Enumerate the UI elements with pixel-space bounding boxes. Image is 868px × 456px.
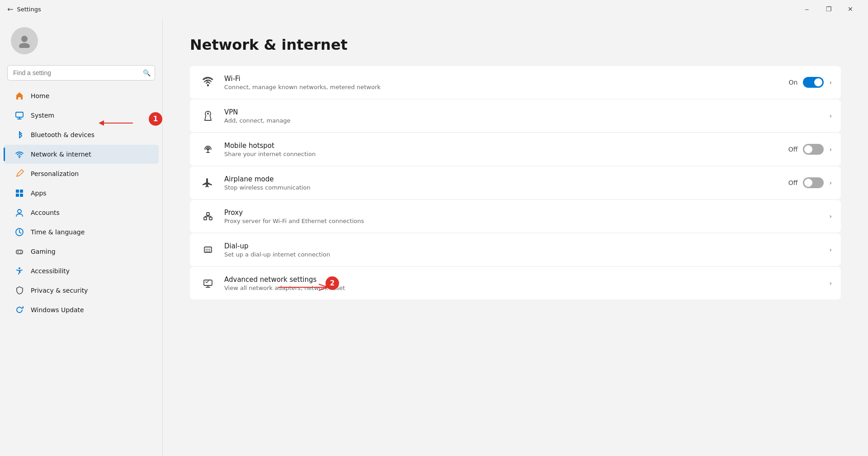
hotspot-toggle[interactable] (803, 144, 824, 155)
settings-item-vpn[interactable]: VPN Add, connect, manage › (190, 100, 841, 132)
svg-point-17 (207, 113, 209, 114)
sidebar-item-home[interactable]: Home (4, 86, 159, 105)
airplane-toggle[interactable] (803, 177, 824, 188)
vpn-right: › (829, 112, 832, 119)
sidebar-item-label: Bluetooth & devices (31, 131, 94, 138)
sidebar-item-accessibility[interactable]: Accessibility (4, 261, 159, 280)
svg-rect-19 (204, 217, 207, 220)
maximize-button[interactable]: ❐ (818, 2, 839, 16)
main-content: Network & internet Wi-Fi Connect, manage… (163, 18, 868, 456)
sidebar-nav: Home System Bluetooth & devices Network … (0, 86, 162, 320)
home-icon (14, 91, 24, 101)
proxy-chevron: › (829, 213, 832, 220)
settings-item-advanced[interactable]: Advanced network settings View all netwo… (190, 267, 841, 299)
sidebar-item-gaming[interactable]: Gaming (4, 242, 159, 261)
svg-point-1 (19, 43, 30, 48)
advanced-desc: View all network adapters, network reset (224, 285, 822, 291)
gaming-icon (14, 247, 24, 256)
sidebar-item-label: Personalization (31, 170, 79, 177)
svg-rect-29 (204, 280, 212, 285)
accessibility-icon (14, 266, 24, 276)
airplane-icon (199, 174, 217, 192)
svg-point-26 (206, 251, 207, 252)
svg-rect-10 (16, 250, 23, 254)
windowsupdate-icon (14, 305, 24, 315)
settings-item-proxy[interactable]: Proxy Proxy server for Wi-Fi and Etherne… (190, 200, 841, 233)
advanced-text: Advanced network settings View all netwo… (224, 276, 822, 291)
settings-item-hotspot[interactable]: Mobile hotspot Share your internet conne… (190, 133, 841, 166)
sidebar-item-accounts[interactable]: Accounts (4, 203, 159, 222)
dialup-title: Dial-up (224, 242, 822, 250)
sidebar-item-label: Home (31, 92, 49, 100)
sidebar-item-bluetooth[interactable]: Bluetooth & devices (4, 125, 159, 144)
svg-point-12 (20, 252, 21, 253)
search-icon: 🔍 (143, 69, 151, 76)
proxy-title: Proxy (224, 209, 822, 217)
sidebar-item-label: Network & internet (31, 151, 91, 158)
sidebar-item-label: Apps (31, 190, 47, 197)
svg-point-25 (209, 249, 210, 250)
svg-rect-4 (16, 190, 19, 193)
settings-item-airplane[interactable]: Airplane mode Stop wireless communicatio… (190, 166, 841, 199)
proxy-desc: Proxy server for Wi-Fi and Ethernet conn… (224, 218, 822, 224)
search-box[interactable]: 🔍 (7, 65, 155, 81)
sidebar-item-network[interactable]: Network & internet (4, 145, 159, 164)
back-icon[interactable]: ← (7, 5, 13, 14)
svg-rect-2 (16, 112, 23, 117)
wifi-right: On › (788, 77, 832, 88)
svg-point-24 (208, 249, 208, 250)
settings-item-wifi[interactable]: Wi-Fi Connect, manage known networks, me… (190, 66, 841, 99)
svg-point-27 (208, 251, 208, 252)
wifi-text: Wi-Fi Connect, manage known networks, me… (224, 75, 781, 90)
settings-list: Wi-Fi Connect, manage known networks, me… (190, 66, 841, 299)
airplane-right: Off › (788, 177, 832, 188)
wifi-title: Wi-Fi (224, 75, 781, 83)
wifi-toggle[interactable] (803, 77, 824, 88)
close-button[interactable]: ✕ (840, 2, 861, 16)
svg-point-0 (21, 36, 28, 42)
svg-point-13 (19, 267, 20, 269)
avatar (11, 27, 38, 54)
hotspot-text: Mobile hotspot Share your internet conne… (224, 142, 781, 157)
settings-item-dialup[interactable]: Dial-up Set up a dial-up internet connec… (190, 233, 841, 266)
hotspot-title: Mobile hotspot (224, 142, 781, 150)
app-body: 🔍 Home System Bluetooth & devices Networ… (0, 18, 868, 456)
svg-point-16 (207, 84, 209, 86)
svg-point-8 (18, 209, 21, 213)
airplane-title: Airplane mode (224, 175, 781, 183)
sidebar: 🔍 Home System Bluetooth & devices Networ… (0, 18, 163, 456)
svg-point-23 (206, 249, 207, 250)
sidebar-item-time[interactable]: Time & language (4, 223, 159, 242)
wifi-icon (199, 73, 217, 91)
sidebar-item-label: Accounts (31, 209, 60, 216)
airplane-chevron: › (829, 179, 832, 186)
svg-rect-6 (16, 194, 19, 197)
svg-point-3 (19, 157, 20, 158)
advanced-right: › (829, 280, 832, 287)
dialup-text: Dial-up Set up a dial-up internet connec… (224, 242, 822, 258)
search-input[interactable] (7, 65, 155, 81)
vpn-icon (199, 107, 217, 125)
wifi-chevron: › (829, 79, 832, 86)
svg-rect-21 (207, 213, 209, 215)
time-icon (14, 227, 24, 237)
sidebar-item-privacy[interactable]: Privacy & security (4, 281, 159, 300)
minimize-button[interactable]: – (797, 2, 817, 16)
svg-point-11 (20, 252, 21, 252)
hotspot-right: Off › (788, 144, 832, 155)
apps-icon (14, 188, 24, 198)
personalization-icon (14, 169, 24, 179)
sidebar-item-personalization[interactable]: Personalization (4, 164, 159, 183)
proxy-icon (199, 207, 217, 225)
sidebar-item-apps[interactable]: Apps (4, 184, 159, 203)
svg-rect-7 (20, 194, 23, 197)
svg-point-28 (209, 251, 210, 252)
sidebar-item-windowsupdate[interactable]: Windows Update (4, 300, 159, 319)
dialup-chevron: › (829, 246, 832, 253)
sidebar-item-system[interactable]: System (4, 106, 159, 125)
user-profile[interactable] (0, 18, 162, 62)
page-title: Network & internet (190, 36, 841, 53)
proxy-text: Proxy Proxy server for Wi-Fi and Etherne… (224, 209, 822, 224)
vpn-text: VPN Add, connect, manage (224, 108, 822, 124)
wifi-desc: Connect, manage known networks, metered … (224, 84, 781, 90)
